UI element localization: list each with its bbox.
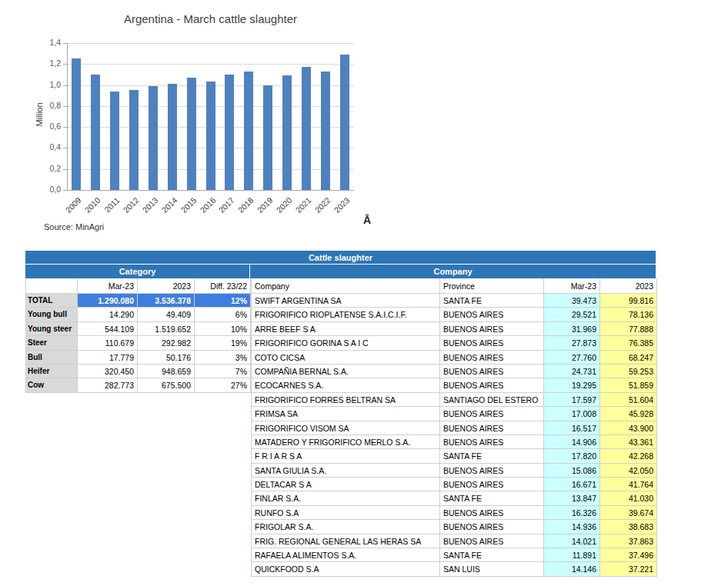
section-header-row: Category Company [25, 265, 656, 278]
company-mar23-cell: 27.760 [544, 351, 600, 365]
category-row: TOTAL1.290.0803.536.37812% [26, 294, 251, 308]
category-2023-cell: 948.659 [138, 365, 195, 378]
company-mar23-cell: 17.820 [544, 449, 600, 463]
y-tick-label: 0,6 [38, 122, 61, 131]
company-row: FRIGORIFICO GORINA S A I CBUENOS AIRES27… [252, 336, 657, 350]
company-name-cell: FRIG. REGIONAL GENERAL LAS HERAS SA [252, 534, 440, 548]
company-row: SWIFT ARGENTINA SASANTA FE39.47399.816 [252, 294, 657, 308]
company-name-cell: RAFAELA ALIMENTOS S.A. [252, 548, 440, 562]
y-tick-label: 0,4 [38, 142, 61, 151]
category-2023-cell: 3.536.378 [138, 294, 195, 308]
company-row: RUNFO S.ABUENOS AIRES16.32639.674 [252, 506, 657, 520]
category-2023-cell: 675.500 [138, 378, 195, 392]
company-name-cell: FRIMSA SA [252, 407, 440, 421]
x-axis-line [67, 190, 354, 191]
category-label-cell: Cow [26, 378, 78, 392]
company-row: FRIG. REGIONAL GENERAL LAS HERAS SABUENO… [252, 534, 657, 548]
company-2023-cell: 43.361 [600, 435, 657, 449]
category-diff-cell: 6% [195, 308, 251, 321]
company-mar23-cell: 11.891 [544, 548, 600, 562]
bar-2010 [91, 75, 100, 190]
category-section-header: Category [25, 265, 250, 278]
company-name-cell: SWIFT ARGENTINA SA [252, 294, 440, 308]
y-tick-label: 0,2 [38, 164, 61, 173]
col-header-mar23: Mar-23 [78, 278, 138, 294]
category-row: Cow282.773675.50027% [26, 378, 251, 392]
company-province-cell: BUENOS AIRES [440, 378, 544, 392]
company-mar23-cell: 14.906 [544, 435, 600, 449]
bar-2016 [206, 82, 215, 190]
company-province-cell: BUENOS AIRES [440, 351, 544, 365]
company-2023-cell: 59.253 [600, 365, 657, 378]
category-row: Heifer320.450948.6597% [26, 365, 251, 378]
company-province-cell: SAN LUIS [440, 562, 544, 576]
category-label-cell: Steer [26, 336, 78, 350]
company-section-header: Company [250, 265, 656, 278]
category-2023-cell: 292.982 [138, 336, 195, 350]
bar-2009 [72, 58, 81, 190]
company-2023-cell: 42.050 [600, 464, 657, 478]
company-2023-cell: 43.900 [600, 421, 657, 435]
company-name-cell: FINLAR S.A. [252, 491, 440, 505]
category-diff-cell: 12% [195, 294, 251, 308]
company-mar23-cell: 24.731 [544, 365, 600, 378]
category-label-cell: Bull [26, 351, 78, 365]
col-header-blank [26, 278, 78, 294]
company-row: ECOCARNES S.A.BUENOS AIRES19.29551.859 [252, 378, 657, 392]
category-2023-cell: 49.409 [138, 308, 195, 321]
company-province-cell: SANTIAGO DEL ESTERO [440, 393, 544, 407]
cattle-slaughter-chart: Argentina - March cattle slaughter Milli… [0, 0, 728, 254]
company-name-cell: QUICKFOOD S.A [252, 562, 440, 576]
y-tick-label: 0,8 [38, 101, 61, 110]
company-table: Company Province Mar-23 2023 SWIFT ARGEN… [251, 278, 657, 577]
company-mar23-cell: 16.326 [544, 506, 600, 520]
category-column-headers: Mar-23 2023 Diff. 23/22 [26, 278, 251, 294]
bar-2012 [129, 90, 139, 190]
company-province-cell: SANTA FE [440, 449, 544, 463]
category-mar23-cell: 17.779 [78, 351, 138, 365]
category-2023-cell: 1.519.652 [138, 322, 195, 336]
company-name-cell: FRIGOLAR S.A. [252, 520, 440, 534]
category-label-cell: Young bull [26, 308, 78, 321]
chart-title: Argentina - March cattle slaughter [67, 12, 354, 25]
company-column-headers: Company Province Mar-23 2023 [252, 278, 657, 294]
category-mar23-cell: 544.109 [78, 322, 138, 336]
company-name-cell: COTO CICSA [252, 351, 440, 365]
company-row: ARRE BEEF S ABUENOS AIRES31.96977.888 [252, 322, 657, 336]
company-name-cell: ECOCARNES S.A. [252, 378, 440, 392]
company-row: FRIMSA SABUENOS AIRES17.00845.928 [252, 407, 657, 421]
company-province-cell: SANTA FE [440, 548, 544, 562]
company-province-cell: BUENOS AIRES [440, 365, 544, 378]
company-row: FINLAR S.A.SANTA FE13.84741.030 [252, 491, 657, 505]
company-mar23-cell: 17.008 [544, 407, 600, 421]
company-province-cell: BUENOS AIRES [440, 336, 544, 350]
gridline [67, 64, 354, 65]
company-2023-cell: 37.863 [600, 534, 657, 548]
bar-2017 [225, 75, 234, 190]
bar-2011 [110, 92, 119, 190]
category-2023-cell: 50.176 [138, 351, 195, 365]
company-row: COMPAÑIA BERNAL S.A.BUENOS AIRES24.73159… [252, 365, 657, 378]
company-row: COTO CICSABUENOS AIRES27.76068.247 [252, 351, 657, 365]
bar-2021 [302, 67, 311, 190]
company-2023-cell: 68.247 [600, 351, 657, 365]
company-province-cell: BUENOS AIRES [440, 407, 544, 421]
col-header-diff: Diff. 23/22 [195, 278, 251, 294]
category-diff-cell: 19% [195, 336, 251, 350]
company-2023-cell: 42.268 [600, 449, 657, 463]
company-province-cell: BUENOS AIRES [440, 421, 544, 435]
company-mar23-cell: 14.021 [544, 534, 600, 548]
company-mar23-cell: 14.936 [544, 520, 600, 534]
company-name-cell: F R I A R S A [252, 449, 440, 463]
company-row: DELTACAR S ABUENOS AIRES16.67141.764 [252, 478, 657, 491]
company-province-cell: SANTA FE [440, 491, 544, 505]
company-mar23-cell: 15.086 [544, 464, 600, 478]
y-tick-label: 1,2 [38, 58, 61, 68]
company-2023-cell: 41.764 [600, 478, 657, 491]
col-header-company-2023: 2023 [600, 278, 657, 294]
bar-2013 [149, 86, 158, 190]
y-tick-label: 0,0 [38, 185, 61, 194]
company-province-cell: BUENOS AIRES [440, 464, 544, 478]
category-table: Mar-23 2023 Diff. 23/22 TOTAL1.290.0803.… [25, 278, 251, 393]
company-mar23-cell: 16.517 [544, 421, 600, 435]
